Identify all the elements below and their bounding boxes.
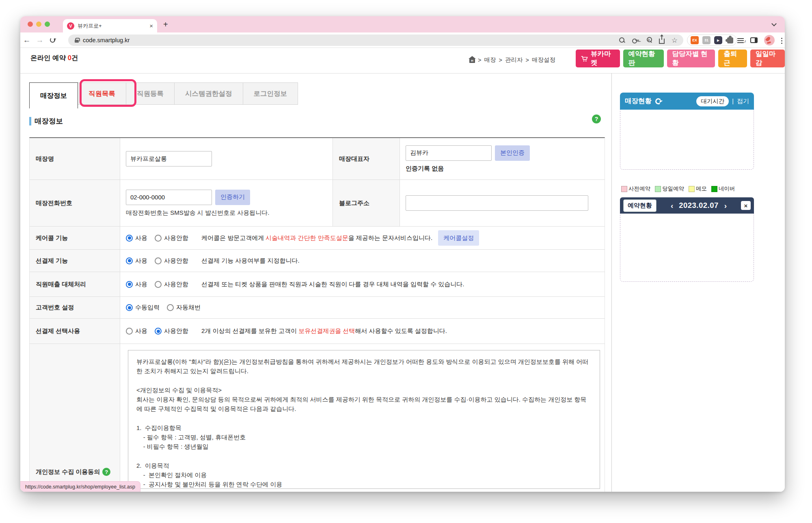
- beauca-market-label: 뷰카마켓: [591, 50, 615, 67]
- reading-list-icon[interactable]: [737, 38, 744, 43]
- blog-url-input[interactable]: [406, 195, 588, 211]
- legend-item: 사전예약: [621, 185, 650, 192]
- reservation-board-button[interactable]: 예약현황판: [623, 50, 664, 67]
- privacy-cell: 뷰카프로살롱(이하 "회사"라 함)(은)는 개인정보취급방침을 통하여 귀하께…: [120, 344, 605, 492]
- home-icon[interactable]: [469, 59, 475, 63]
- owner-name-input[interactable]: [406, 145, 492, 161]
- browser-menu-icon[interactable]: [781, 38, 782, 39]
- prev-date-icon[interactable]: ‹: [671, 202, 673, 210]
- prepay-select-desc-pre: 2개 이상의 선결제를 보유한 고객이: [201, 327, 298, 334]
- help-icon[interactable]: ?: [592, 115, 601, 123]
- page-content: 온라인 예약 0건 > 매장 > 관리자 > 매장설정 뷰카마켓 예약현황판 담…: [20, 48, 785, 492]
- beauca-market-button[interactable]: 뷰카마켓: [576, 50, 620, 67]
- close-window-button[interactable]: [28, 22, 33, 27]
- sidebar-divider: [611, 73, 612, 492]
- carecall-label: 케어콜 기능: [30, 227, 120, 249]
- collapse-button[interactable]: 접기: [737, 97, 749, 105]
- breadcrumb-separator: >: [478, 57, 481, 63]
- customer-no-cell: 수동입력 자동채번: [120, 297, 605, 318]
- extension-calendar-icon[interactable]: 31: [702, 36, 710, 44]
- extension-ex-icon[interactable]: EX: [691, 36, 699, 44]
- table-row: 개인정보 수집 이용동의 ? 뷰카프로살롱(이하 "회사"라 함)(은)는 개인…: [30, 344, 605, 492]
- forward-icon[interactable]: →: [33, 36, 46, 45]
- back-icon[interactable]: ←: [20, 36, 33, 45]
- tab-search-chevron-icon[interactable]: [771, 21, 777, 26]
- tab-close-icon[interactable]: ×: [149, 23, 153, 29]
- phone-input[interactable]: [126, 190, 212, 205]
- side-panel-icon[interactable]: [750, 37, 758, 43]
- toolbar-right-icons: [737, 32, 782, 48]
- url-text[interactable]: code.smartplug.kr: [83, 37, 619, 43]
- legend-sameday-swatch: [655, 186, 661, 192]
- extension-video-icon[interactable]: ▶: [714, 36, 722, 44]
- share-icon[interactable]: [659, 39, 665, 44]
- customer-manual-label: 수동입력: [135, 304, 160, 311]
- reservation-status-title[interactable]: 예약현황: [623, 199, 657, 212]
- prepay-use-label: 사용: [135, 257, 147, 265]
- tab-login-info[interactable]: 로그인정보: [243, 82, 298, 105]
- new-tab-button[interactable]: +: [163, 20, 168, 29]
- prepay-select-use-radio[interactable]: [126, 328, 133, 335]
- prepay-use-radio[interactable]: [126, 257, 133, 264]
- refresh-icon[interactable]: [655, 97, 662, 104]
- breadcrumb: > 매장 > 관리자 > 매장설정: [469, 56, 555, 64]
- prepay-select-nouse-radio[interactable]: [155, 328, 162, 335]
- maximize-window-button[interactable]: [45, 22, 50, 27]
- commute-button[interactable]: 출퇴근: [718, 50, 747, 67]
- customer-auto-radio[interactable]: [167, 304, 174, 311]
- next-date-icon[interactable]: ›: [724, 202, 727, 210]
- tab-system-permission[interactable]: 시스템권한설정: [174, 82, 243, 105]
- section-accent-bar: [29, 117, 31, 125]
- table-row: 선결제 기능 사용 사용안함 선결제 기능 사용여부를 지정합니다.: [30, 250, 605, 272]
- password-key-icon[interactable]: [632, 37, 639, 43]
- reservation-status-panel: 예약현황 ‹ 2023.02.07 › ×: [620, 197, 754, 282]
- status-by-staff-button[interactable]: 담당자별 현황: [667, 50, 715, 67]
- customer-manual-radio[interactable]: [126, 304, 133, 311]
- section-header: 매장정보: [29, 116, 63, 126]
- owner-label: 매장대표자: [333, 138, 400, 179]
- owner-cell: 본인인증 인증기록 없음: [400, 138, 605, 179]
- bookmark-star-icon[interactable]: ☆: [672, 36, 678, 45]
- substitute-use-radio[interactable]: [126, 281, 133, 288]
- close-panel-icon[interactable]: ×: [741, 201, 751, 210]
- carecall-desc-highlight: 시술내역과 간단한 만족도설문: [266, 234, 348, 241]
- breadcrumb-admin[interactable]: 관리자: [505, 56, 523, 64]
- daily-closing-button[interactable]: 일일마감: [750, 50, 785, 67]
- table-row: 고객번호 설정 수동입력 자동채번: [30, 297, 605, 319]
- tab-store-info[interactable]: 매장정보: [29, 82, 78, 108]
- phone-verify-button[interactable]: 인증하기: [215, 190, 250, 205]
- extensions-puzzle-icon[interactable]: [727, 37, 733, 43]
- reservation-legend: 사전예약 당일예약 메모 네이버: [621, 185, 735, 192]
- legend-item: 당일예약: [655, 185, 684, 192]
- privacy-policy-textarea[interactable]: 뷰카프로살롱(이하 "회사"라 함)(은)는 개인정보취급방침을 통하여 귀하께…: [128, 350, 600, 489]
- minimize-window-button[interactable]: [36, 22, 41, 27]
- carecall-settings-button[interactable]: 케어콜설정: [438, 230, 479, 246]
- store-name-input[interactable]: [126, 151, 212, 166]
- zoom-in-icon[interactable]: [646, 37, 652, 43]
- reload-icon[interactable]: [50, 37, 55, 43]
- store-status-title: 매장현황: [625, 97, 652, 106]
- privacy-consent-label: 개인정보 수집 이용동의 ?: [36, 468, 110, 476]
- privacy-help-icon[interactable]: ?: [102, 468, 110, 476]
- wait-time-button[interactable]: 대기시간: [696, 96, 729, 106]
- legend-memo-swatch: [689, 186, 695, 192]
- identity-verify-button[interactable]: 본인인증: [495, 145, 530, 161]
- browser-tab[interactable]: V 뷰카프로+ ×: [63, 19, 157, 32]
- address-bar[interactable]: code.smartplug.kr ☆: [68, 35, 683, 46]
- reservation-status-body: [620, 214, 754, 282]
- legend-sameday-label: 당일예약: [662, 185, 684, 192]
- prepay-nouse-radio[interactable]: [155, 257, 162, 264]
- search-icon[interactable]: [619, 37, 625, 43]
- substitute-nouse-radio[interactable]: [155, 281, 162, 288]
- profile-avatar[interactable]: [764, 35, 775, 45]
- header-divider: [20, 73, 785, 73]
- table-row: 매장전화번호 인증하기 매장전화번호는 SMS발송 시 발신번호로 사용됩니다.…: [30, 180, 605, 227]
- prepay-description: 선결제 기능 사용여부를 지정합니다.: [201, 257, 300, 265]
- prepay-select-desc-highlight: 보유선결제권을 선택: [298, 327, 355, 334]
- carecall-nouse-radio[interactable]: [155, 235, 162, 242]
- browser-window: V 뷰카프로+ × + ← → code.smartplug.kr ☆: [20, 16, 785, 492]
- reservation-status-header: 예약현황 ‹ 2023.02.07 › ×: [620, 197, 754, 214]
- breadcrumb-store[interactable]: 매장: [484, 56, 496, 64]
- customer-auto-label: 자동채번: [176, 304, 201, 311]
- carecall-use-radio[interactable]: [126, 235, 133, 242]
